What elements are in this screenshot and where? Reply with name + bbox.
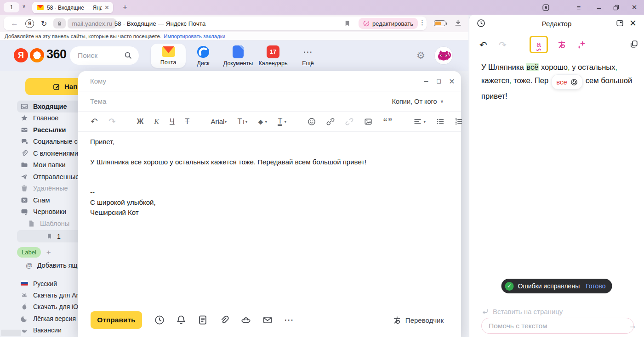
compose-minimize-button[interactable]: – [420, 71, 433, 91]
add-mailbox-row[interactable]: @ Добавить ящик [26, 261, 84, 269]
download-android-item[interactable]: Скачать для Andro [0, 289, 90, 301]
app-more[interactable]: ⋯ Ещё [291, 44, 325, 68]
y360-rings-icon[interactable] [30, 48, 44, 62]
sidebar-item-spam[interactable]: Спам [0, 194, 90, 206]
download-ios-item[interactable]: Скачать для iOS [0, 301, 90, 313]
text-color-button[interactable]: Т▾ [278, 118, 286, 126]
light-version-item[interactable]: Лёгкая версия [0, 313, 90, 324]
bookmark-count: 1 [57, 233, 61, 240]
envelope-icon[interactable] [262, 315, 273, 325]
app-docs[interactable]: Документы [221, 44, 256, 68]
yandex-logo[interactable]: Я [14, 48, 28, 62]
settings-gear-icon[interactable]: ⚙ [416, 50, 425, 61]
editor-redo-icon[interactable]: ↷ [499, 39, 507, 51]
font-family-select[interactable]: Arial ▾ [211, 118, 227, 125]
sidebar-item-drafts[interactable]: Черновики [0, 206, 90, 218]
correction-popover[interactable]: все [551, 74, 583, 90]
italic-button[interactable]: К [154, 118, 159, 126]
history-clock-icon[interactable] [477, 19, 485, 28]
strikethrough-button[interactable]: Т [185, 118, 190, 126]
panel-close-icon[interactable]: ✕ [629, 18, 637, 28]
note-icon[interactable] [198, 315, 208, 325]
app-disk[interactable]: Диск [186, 44, 221, 68]
editor-undo-icon[interactable]: ↶ [479, 39, 487, 51]
corrected-word-highlight[interactable]: всё [526, 63, 539, 71]
browser-tab[interactable]: 58 · Входящие — Яндек ✕ [32, 2, 113, 13]
sidebar-item-attachments[interactable]: С вложениями [0, 147, 90, 159]
search-icon[interactable] [124, 51, 132, 59]
emoji-icon[interactable] [308, 118, 316, 126]
underline-button[interactable]: Ч [170, 118, 175, 126]
language-item[interactable]: Русский [0, 278, 90, 289]
tab-close-icon[interactable]: ✕ [102, 4, 109, 11]
spellcheck-tool-highlighted[interactable]: а [530, 36, 548, 53]
battery-icon[interactable] [434, 20, 445, 26]
translator-button[interactable]: Переводчик [393, 303, 444, 337]
insert-image-icon[interactable] [364, 118, 372, 126]
disk-attach-icon[interactable] [241, 315, 251, 325]
sidebar-item-templates[interactable]: Шаблоны [0, 218, 90, 230]
fill-color-button[interactable]: ◆▾ [258, 118, 268, 125]
import-bookmarks-link[interactable]: Импортировать закладки [164, 34, 225, 39]
sidebar-item-my-folders[interactable]: Мои папки [0, 159, 90, 171]
omnibox[interactable]: ← Я ↻ mail.yandex.ru 58 · Входящие — Янд… [4, 17, 427, 30]
unlink-icon[interactable] [345, 118, 353, 126]
font-size-button[interactable]: Tт▾ [237, 118, 247, 126]
app-calendar[interactable]: 17 Календарь [256, 44, 291, 68]
edit-extension-button[interactable]: редактировать [359, 18, 418, 29]
quote-icon[interactable]: “” [383, 117, 393, 127]
tab-group-badge[interactable]: 1 [4, 2, 19, 12]
insert-to-page-button[interactable]: Вставить на страницу [481, 308, 563, 315]
schedule-clock-icon[interactable] [154, 315, 165, 325]
window-restore-button[interactable] [609, 0, 623, 15]
notify-bell-icon[interactable] [176, 315, 186, 325]
message-body[interactable]: Привет, У Шляпника все хорошо у остальны… [90, 137, 449, 218]
link-icon[interactable] [326, 118, 335, 126]
corrected-text[interactable]: У Шляпника всё хорошо, у остальных, каже… [481, 61, 633, 103]
compose-close-button[interactable]: ✕ [445, 71, 458, 91]
translate-tool-icon[interactable] [557, 40, 566, 49]
label-tag[interactable]: Label [17, 247, 41, 258]
collections-icon[interactable] [539, 0, 553, 15]
sidebar-item-social[interactable]: Социальные сети [0, 136, 90, 148]
toast-done-button[interactable]: Готово [586, 282, 605, 290]
numbered-list-icon[interactable] [455, 118, 462, 125]
ai-sparkles-icon[interactable] [577, 40, 586, 49]
submit-arrow-icon[interactable]: → [628, 321, 637, 331]
download-icon[interactable] [454, 19, 462, 27]
ai-prompt-input[interactable] [481, 318, 634, 334]
align-button[interactable]: ▾ [414, 118, 426, 125]
redo-icon[interactable]: ↷ [108, 116, 116, 127]
compose-expand-button[interactable]: ❑ [433, 71, 445, 91]
docs-app-icon [232, 45, 244, 58]
y360-logo-text[interactable]: 360 [46, 47, 67, 62]
bold-button[interactable]: Ж [137, 118, 143, 126]
cc-from-toggle[interactable]: Копии, От кого ∨ [392, 98, 444, 105]
folder-label: Главное [33, 114, 58, 122]
open-in-window-icon[interactable] [616, 19, 624, 27]
browser-menu-icon[interactable]: ≡ [572, 0, 586, 15]
sidebar-item-deleted[interactable]: Удалённые [0, 183, 90, 195]
undo-icon[interactable]: ↶ [91, 116, 98, 127]
app-mail[interactable]: Почта [151, 44, 186, 68]
tab-group-chevron-icon[interactable]: ∨ [22, 3, 26, 9]
bullet-list-icon[interactable] [436, 118, 444, 125]
revert-icon[interactable] [570, 79, 578, 86]
sidebar-item-newsletters[interactable]: Рассылки [0, 124, 90, 136]
omnibox-more-icon[interactable]: ⋮ [419, 18, 426, 27]
font-family-value: Arial [211, 118, 224, 125]
sidebar-item-main[interactable]: Главное [0, 112, 90, 124]
sidebar-item-sent[interactable]: Отправленные [0, 171, 90, 183]
new-tab-button[interactable]: + [120, 2, 131, 13]
copy-icon[interactable] [630, 40, 638, 48]
add-label-button[interactable]: + [46, 248, 51, 257]
send-button[interactable]: Отправить [91, 311, 142, 329]
bookmark-flag-icon[interactable] [344, 20, 351, 27]
attach-paperclip-icon[interactable] [219, 315, 229, 325]
to-field-row[interactable]: Кому – ❑ ✕ [78, 71, 461, 91]
window-minimize-button[interactable]: – [592, 0, 606, 15]
window-close-button[interactable]: ✕ [627, 0, 641, 15]
more-options-icon[interactable]: ⋯ [284, 315, 294, 326]
user-avatar[interactable] [435, 47, 452, 64]
subject-field-row[interactable]: Тема Копии, От кого ∨ [78, 91, 461, 112]
